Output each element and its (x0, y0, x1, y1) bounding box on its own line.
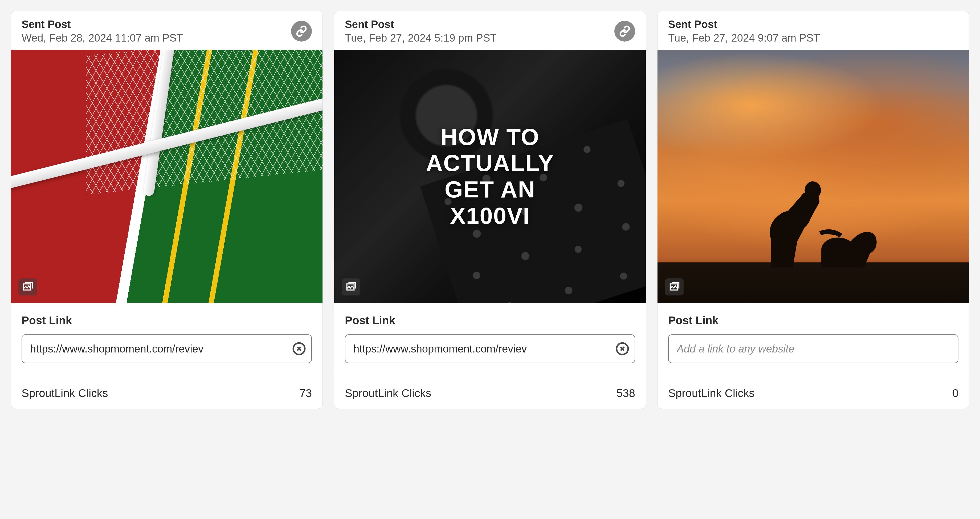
card-header: Sent Post Wed, Feb 28, 2024 11:07 am PST (11, 11, 323, 50)
open-link-button[interactable] (291, 21, 312, 41)
link-input-wrapper (345, 334, 635, 363)
metric-label: SproutLink Clicks (22, 387, 108, 400)
card-body: Post Link (334, 303, 646, 378)
post-cards-row: Sent Post Wed, Feb 28, 2024 11:07 am PST (11, 11, 969, 409)
link-icon (619, 25, 630, 37)
gallery-icon (668, 281, 680, 293)
header-text: Sent Post Tue, Feb 27, 2024 9:07 am PST (668, 18, 820, 44)
gallery-indicator (342, 279, 360, 296)
post-timestamp: Wed, Feb 28, 2024 11:07 am PST (22, 32, 183, 44)
clear-link-button[interactable] (616, 342, 629, 356)
post-link-label: Post Link (668, 314, 958, 327)
divider (657, 375, 969, 375)
post-link-input[interactable] (668, 334, 958, 363)
close-circle-icon (292, 342, 306, 356)
svg-point-2 (805, 181, 821, 199)
post-link-input[interactable] (345, 334, 635, 363)
card-body: Post Link (11, 303, 323, 378)
close-circle-icon (616, 342, 629, 356)
gallery-indicator (665, 279, 684, 296)
divider (11, 375, 323, 375)
metric-value: 73 (299, 387, 312, 400)
thumbnail-overlay-text: HOW TO ACTUALLY GET AN X100VI (334, 50, 646, 303)
header-text: Sent Post Wed, Feb 28, 2024 11:07 am PST (22, 18, 183, 44)
post-status: Sent Post (22, 18, 183, 30)
link-input-wrapper (22, 334, 312, 363)
link-icon (296, 25, 307, 37)
post-thumbnail[interactable] (657, 50, 969, 303)
card-header: Sent Post Tue, Feb 27, 2024 9:07 am PST (657, 11, 969, 50)
metric-row: SproutLink Clicks 0 (657, 378, 969, 409)
thumbnail-art (86, 50, 323, 194)
link-input-wrapper (668, 334, 958, 363)
divider (334, 375, 646, 375)
metric-value: 0 (952, 387, 958, 400)
post-card: Sent Post Tue, Feb 27, 2024 5:19 pm PST … (334, 11, 646, 409)
post-timestamp: Tue, Feb 27, 2024 9:07 am PST (668, 32, 820, 44)
card-header: Sent Post Tue, Feb 27, 2024 5:19 pm PST (334, 11, 646, 50)
post-status: Sent Post (668, 18, 820, 30)
open-link-button[interactable] (614, 21, 635, 41)
clear-link-button[interactable] (292, 342, 306, 356)
post-card: Sent Post Tue, Feb 27, 2024 9:07 am PST (657, 11, 969, 409)
card-body: Post Link (657, 303, 969, 378)
thumbnail-art (657, 263, 969, 303)
post-link-input[interactable] (22, 334, 312, 363)
thumbnail-art (738, 156, 900, 267)
gallery-icon (22, 281, 34, 293)
post-status: Sent Post (345, 18, 497, 30)
header-text: Sent Post Tue, Feb 27, 2024 5:19 pm PST (345, 18, 497, 44)
post-timestamp: Tue, Feb 27, 2024 5:19 pm PST (345, 32, 497, 44)
metric-row: SproutLink Clicks 538 (334, 378, 646, 409)
metric-label: SproutLink Clicks (668, 387, 754, 400)
post-card: Sent Post Wed, Feb 28, 2024 11:07 am PST (11, 11, 323, 409)
post-link-label: Post Link (22, 314, 312, 327)
metric-label: SproutLink Clicks (345, 387, 431, 400)
metric-value: 538 (616, 387, 635, 400)
metric-row: SproutLink Clicks 73 (11, 378, 323, 409)
gallery-indicator (18, 279, 37, 296)
post-thumbnail[interactable] (11, 50, 323, 303)
gallery-icon (345, 281, 357, 293)
post-link-label: Post Link (345, 314, 635, 327)
post-thumbnail[interactable]: HOW TO ACTUALLY GET AN X100VI (334, 50, 646, 303)
